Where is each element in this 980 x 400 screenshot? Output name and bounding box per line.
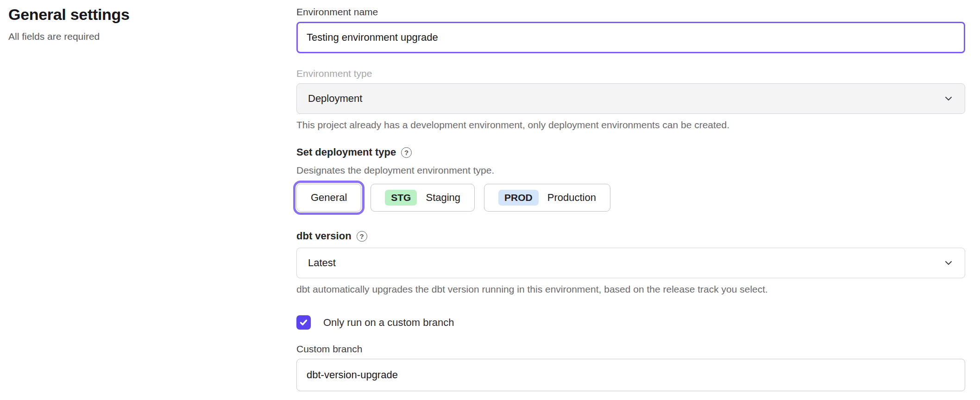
help-question-icon[interactable]: ? (401, 147, 412, 158)
dbt-version-heading-text: dbt version (296, 230, 352, 242)
staging-badge: STG (385, 190, 417, 206)
environment-name-label: Environment name (296, 6, 965, 18)
custom-branch-label: Custom branch (296, 344, 965, 355)
environment-settings-form: Environment name Environment type Deploy… (296, 6, 965, 391)
custom-branch-checkbox-label: Only run on a custom branch (323, 317, 454, 329)
chevron-down-icon (943, 94, 954, 104)
environment-type-value: Deployment (308, 93, 362, 105)
environment-type-label: Environment type (296, 68, 965, 79)
page-subtitle: All fields are required (8, 31, 268, 42)
deployment-type-description: Designates the deployment environment ty… (296, 165, 965, 176)
dbt-version-value: Latest (308, 257, 336, 269)
checkmark-icon (299, 318, 308, 327)
deployment-type-production-label: Production (547, 192, 596, 204)
deployment-type-heading-text: Set deployment type (296, 146, 396, 158)
deployment-type-general-label: General (311, 192, 347, 204)
help-question-icon[interactable]: ? (357, 231, 367, 242)
custom-branch-checkbox-row[interactable]: Only run on a custom branch (296, 315, 965, 330)
deployment-type-staging-button[interactable]: STG Staging (371, 184, 475, 212)
deployment-type-staging-label: Staging (426, 192, 460, 204)
dbt-version-select[interactable]: Latest (296, 248, 965, 278)
custom-branch-input[interactable] (296, 359, 965, 391)
dbt-version-heading: dbt version ? (296, 230, 965, 242)
custom-branch-checkbox[interactable] (296, 315, 311, 330)
intro-section: General settings All fields are required (8, 6, 268, 42)
deployment-type-heading: Set deployment type ? (296, 146, 965, 158)
page-title: General settings (8, 6, 268, 24)
environment-type-helper: This project already has a development e… (296, 119, 965, 131)
deployment-type-options: General STG Staging PROD Production (296, 184, 965, 212)
environment-type-select[interactable]: Deployment (296, 83, 965, 114)
deployment-type-general-button[interactable]: General (296, 184, 361, 212)
deployment-type-production-button[interactable]: PROD Production (484, 184, 610, 212)
chevron-down-icon (943, 258, 954, 268)
dbt-version-helper: dbt automatically upgrades the dbt versi… (296, 284, 965, 295)
production-badge: PROD (498, 190, 539, 206)
environment-name-input[interactable] (296, 22, 965, 53)
